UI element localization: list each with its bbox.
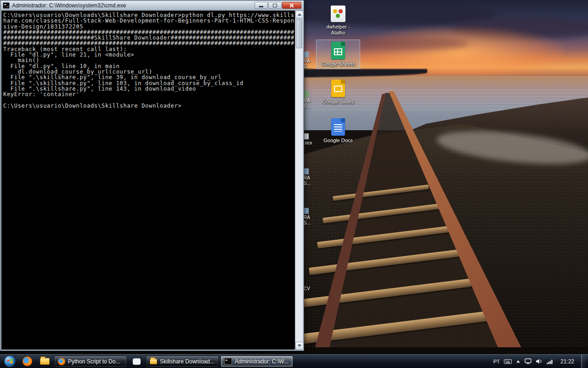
hidden-icons-chevron[interactable] bbox=[516, 360, 520, 363]
desktop-icon-partial[interactable]: .ocx bbox=[304, 133, 317, 146]
terminal-line bbox=[3, 97, 295, 103]
chat-app-button[interactable] bbox=[129, 356, 144, 368]
keyboard-icon[interactable] bbox=[504, 359, 512, 364]
desktop-icon-google-docs[interactable]: Google Docs bbox=[316, 116, 360, 145]
partial-icon-glyph bbox=[304, 52, 309, 58]
scrollbar-thumb[interactable] bbox=[296, 19, 302, 48]
desktop-icon-partial[interactable]: RA S... bbox=[304, 168, 317, 186]
display-icon[interactable] bbox=[525, 358, 531, 364]
terminal-output[interactable]: C:\Users\usuario\Downloads\Skillshare Do… bbox=[1, 11, 295, 350]
clock[interactable]: 21:22 bbox=[558, 358, 577, 365]
google-slides-icon bbox=[331, 80, 345, 97]
folder-icon bbox=[150, 359, 157, 364]
scroll-up-button[interactable] bbox=[295, 11, 303, 18]
partial-icon-label: .ocx bbox=[304, 140, 317, 146]
desktop-icon-partial[interactable]: CV bbox=[304, 286, 317, 292]
close-button[interactable] bbox=[282, 2, 301, 9]
window-title: Administrador: C:\Windows\system32\cmd.e… bbox=[12, 2, 254, 9]
explorer-pinned-button[interactable] bbox=[37, 356, 52, 368]
desktop-icon-label: dwhelper - Atalho bbox=[317, 24, 359, 36]
terminal-line: hare.com/classes/Full-Stack-Web-Developm… bbox=[3, 18, 295, 23]
chat-icon bbox=[133, 358, 141, 365]
firefox-icon bbox=[58, 358, 65, 365]
desktop-icon-label: Google Sheets bbox=[317, 61, 359, 67]
windows-logo-icon bbox=[4, 355, 16, 368]
show-desktop-button[interactable] bbox=[581, 355, 586, 368]
network-icon[interactable] bbox=[547, 359, 554, 364]
terminal-line: main() bbox=[3, 58, 295, 63]
partial-icon-label: CV bbox=[304, 286, 317, 292]
terminal-body: C:\Users\usuario\Downloads\Skillshare Do… bbox=[1, 11, 303, 350]
desktop-icon-partial[interactable]: RA S... bbox=[304, 52, 317, 69]
title-bar[interactable]: Administrador: C:\Windows\system32\cmd.e… bbox=[1, 1, 303, 10]
partial-icon-label: RA S... bbox=[304, 175, 317, 186]
partial-icon-label: RA S... bbox=[304, 58, 317, 69]
cmd-icon bbox=[3, 2, 10, 9]
terminal-line: ########################################… bbox=[3, 40, 295, 46]
desktop-icon-partial[interactable]: RA S... bbox=[304, 91, 317, 109]
google-docs-icon bbox=[331, 118, 345, 136]
terminal-line: File "dl.py", line 21, in <module> bbox=[3, 52, 295, 58]
cmd-icon bbox=[224, 358, 232, 365]
desktop-icon-partial[interactable]: RA S... bbox=[304, 208, 317, 226]
taskbar-button-label: Administrador: C:\W... bbox=[235, 358, 288, 365]
folder-icon bbox=[40, 358, 50, 365]
partial-icon-glyph bbox=[304, 91, 309, 97]
desktop: dwhelper - Atalho Google Sheets Google S… bbox=[0, 0, 588, 354]
start-button[interactable] bbox=[3, 355, 17, 368]
terminal-line: File ".\skillshare.py", line 39, in down… bbox=[3, 75, 295, 80]
taskbar-button-label: Skillshare Download... bbox=[160, 358, 215, 365]
maximize-button[interactable] bbox=[268, 2, 282, 9]
terminal-line: C:\Users\usuario\Downloads\Skillshare Do… bbox=[3, 103, 295, 109]
desktop-icon-label: Google Slides bbox=[317, 99, 359, 105]
partial-icon-glyph bbox=[304, 208, 309, 214]
partial-icon-label: RA S... bbox=[304, 98, 317, 109]
taskbar-button-skillshare-folder[interactable]: Skillshare Download... bbox=[146, 356, 219, 367]
cmd-window: Administrador: C:\Windows\system32\cmd.e… bbox=[0, 0, 304, 351]
minimize-button[interactable] bbox=[254, 2, 268, 9]
desktop-icon-google-slides[interactable]: Google Slides bbox=[316, 77, 360, 107]
system-tray: PT 21:22 bbox=[493, 355, 588, 368]
terminal-line: KeyError: 'container' bbox=[3, 92, 295, 97]
language-indicator[interactable]: PT bbox=[493, 359, 500, 364]
volume-icon[interactable] bbox=[536, 358, 543, 364]
google-sheets-icon bbox=[331, 42, 345, 59]
dwhelper-icon bbox=[331, 6, 345, 22]
firefox-pinned-button[interactable] bbox=[19, 356, 35, 368]
desktop-icon-google-sheets[interactable]: Google Sheets bbox=[316, 40, 360, 69]
window-controls bbox=[254, 2, 301, 9]
desktop-icon-dwhelper[interactable]: dwhelper - Atalho bbox=[316, 3, 360, 38]
partial-icon-glyph bbox=[304, 168, 309, 174]
desktop-icon-label: Google Docs bbox=[317, 138, 359, 144]
taskbar-button-cmd[interactable]: Administrador: C:\W... bbox=[220, 356, 293, 367]
taskbar-button-label: Python Script to Do... bbox=[68, 358, 120, 365]
partial-icon-label: RA S... bbox=[304, 215, 317, 226]
terminal-line: File ".\skillshare.py", line 103, in dow… bbox=[3, 80, 295, 86]
partial-icon-glyph bbox=[304, 133, 309, 139]
scroll-down-button[interactable] bbox=[295, 342, 303, 350]
taskbar-button-python-script[interactable]: Python Script to Do... bbox=[54, 356, 127, 367]
taskbar: Python Script to Do... Skillshare Downlo… bbox=[0, 354, 588, 368]
firefox-icon bbox=[23, 356, 32, 366]
terminal-scrollbar[interactable] bbox=[295, 11, 303, 350]
